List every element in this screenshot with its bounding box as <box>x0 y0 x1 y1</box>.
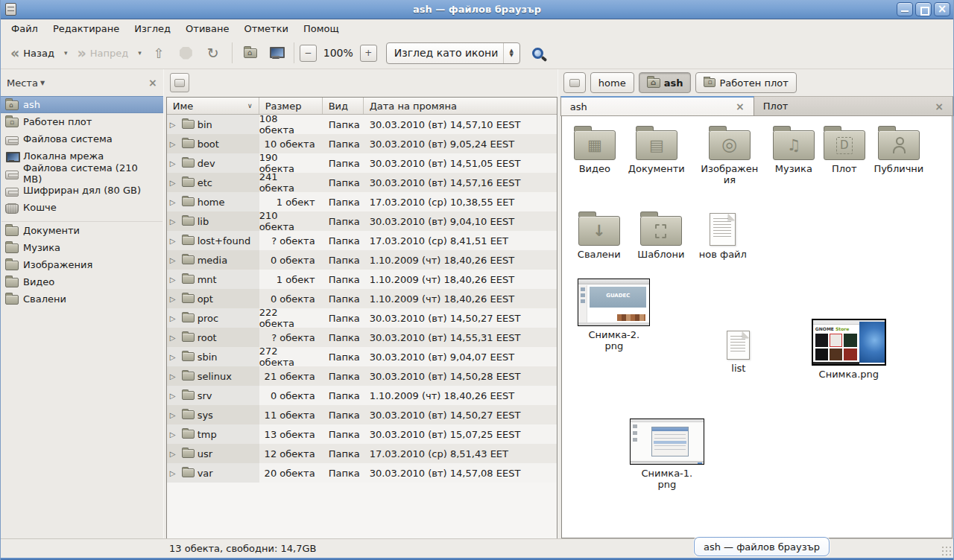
expander-icon[interactable] <box>170 353 179 361</box>
file-item-public[interactable]: Публични <box>866 125 932 174</box>
table-row[interactable]: proc 222 обекта Папка 30.03.2010 (вт) 14… <box>167 308 557 328</box>
sidebar-item[interactable]: Документи <box>1 222 163 239</box>
sidebar-item[interactable]: Файлова система <box>1 130 163 147</box>
computer-button[interactable] <box>263 42 288 64</box>
table-row[interactable]: srv 0 обекта Папка 1.10.2009 (чт) 18,40,… <box>167 386 557 405</box>
column-header-date[interactable]: Дата на промяна <box>364 98 557 114</box>
menu-item[interactable]: Помощ <box>296 21 347 36</box>
table-row[interactable]: selinux 21 обекта Папка 30.03.2010 (вт) … <box>167 366 557 386</box>
expander-icon[interactable] <box>170 450 179 458</box>
table-row[interactable]: dev 190 обекта Папка 30.03.2010 (вт) 14,… <box>167 153 557 173</box>
sidebar-item[interactable]: Шифриран дял (80 GB) <box>1 182 163 199</box>
table-row[interactable]: opt 0 обекта Папка 1.10.2009 (чт) 18,40,… <box>167 289 557 308</box>
expander-icon[interactable] <box>170 430 179 439</box>
sidebar-item[interactable]: Работен плот <box>1 113 163 130</box>
sidebar-item[interactable]: Музика <box>1 239 163 256</box>
expander-icon[interactable] <box>170 179 179 187</box>
expander-icon[interactable] <box>170 256 179 264</box>
zoom-in-button[interactable]: + <box>360 45 377 62</box>
search-icon[interactable] <box>532 48 543 59</box>
expander-icon[interactable] <box>170 237 179 245</box>
table-row[interactable]: lib 210 обекта Папка 30.03.2010 (вт) 9,0… <box>167 211 557 231</box>
file-item-snapshot[interactable]: GNOME Store Снимка.png <box>810 319 888 380</box>
sidebar-selector-arrow-icon[interactable]: ▼ <box>40 80 45 86</box>
table-row[interactable]: usr 12 обекта Папка 17.03.2010 (ср) 8,51… <box>167 444 557 463</box>
expander-icon[interactable] <box>170 121 179 129</box>
column-header-size[interactable]: Размер <box>259 98 323 114</box>
path-current-button[interactable]: ash <box>639 72 692 93</box>
table-row[interactable]: mnt 1 обект Папка 1.10.2009 (чт) 18,40,2… <box>167 270 557 289</box>
sidebar-item[interactable]: Изображения <box>1 256 163 273</box>
file-item-snapshot1[interactable]: Снимка-1.png <box>628 419 706 490</box>
tab-close-icon[interactable]: × <box>736 101 745 112</box>
file-item-snapshot2[interactable]: GUADEC Снимка-2.png <box>577 279 651 351</box>
table-row[interactable]: etc 241 обекта Папка 30.03.2010 (вт) 14,… <box>167 173 557 192</box>
close-button[interactable] <box>934 2 950 16</box>
table-row[interactable]: home 1 обект Папка 17.03.2010 (ср) 10,38… <box>167 192 557 211</box>
file-item-downloads[interactable]: Свалени <box>566 211 632 260</box>
reload-button[interactable]: ↻ <box>200 45 227 61</box>
table-row[interactable]: bin 108 обекта Папка 30.03.2010 (вт) 14,… <box>167 115 557 134</box>
sidebar-item[interactable]: Видео <box>1 273 163 290</box>
back-history-dropdown[interactable]: ▾ <box>60 48 72 58</box>
tab-ash[interactable]: ash × <box>560 96 754 115</box>
expander-icon[interactable] <box>170 295 179 303</box>
menu-item[interactable]: Отметки <box>236 21 295 36</box>
menu-item[interactable]: Файл <box>4 21 45 36</box>
sidebar-item[interactable]: Свалени <box>1 290 163 308</box>
path-desktop-button[interactable]: Работен плот <box>695 72 796 93</box>
file-item-templates[interactable]: Шаблони <box>628 211 694 260</box>
table-row[interactable]: sbin 272 обекта Папка 30.03.2010 (вт) 9,… <box>167 347 557 366</box>
table-row[interactable]: root ? обекта Папка 30.03.2010 (вт) 14,5… <box>167 328 557 347</box>
expander-icon[interactable] <box>170 372 179 381</box>
forward-history-dropdown[interactable]: ▾ <box>133 48 146 58</box>
home-button[interactable] <box>238 42 263 64</box>
table-row[interactable]: boot 10 обекта Папка 30.03.2010 (вт) 9,0… <box>167 134 557 153</box>
expander-icon[interactable] <box>170 217 179 226</box>
back-button[interactable]: « Назад <box>5 45 60 62</box>
titlebar[interactable]: ash — файлов браузър <box>1 0 953 19</box>
up-button[interactable]: ⇧ <box>146 44 172 63</box>
expander-icon[interactable] <box>170 469 179 477</box>
file-item-images[interactable]: Изображения <box>697 125 762 185</box>
stop-button[interactable] <box>180 47 192 60</box>
table-row[interactable]: var 20 обекта Папка 30.03.2010 (вт) 14,5… <box>167 463 557 483</box>
table-row[interactable]: sys 11 обекта Папка 30.03.2010 (вт) 14,5… <box>167 405 557 424</box>
expander-icon[interactable] <box>170 140 179 148</box>
maximize-button[interactable] <box>915 2 932 16</box>
table-row[interactable]: tmp 13 обекта Папка 30.03.2010 (вт) 15,0… <box>167 424 557 444</box>
column-header-type[interactable]: Вид <box>323 98 364 114</box>
table-row[interactable]: media 0 обекта Папка 1.10.2009 (чт) 18,4… <box>167 250 557 270</box>
tab-desktop[interactable]: Плот × <box>754 96 953 115</box>
tree-root-button[interactable] <box>170 73 189 92</box>
menu-item[interactable]: Отиване <box>178 21 236 36</box>
table-row[interactable]: lost+found ? обекта Папка 17.03.2010 (ср… <box>167 231 557 250</box>
expander-icon[interactable] <box>170 411 179 419</box>
file-item-video[interactable]: Видео <box>562 125 628 174</box>
sidebar-title[interactable]: Места <box>7 77 38 89</box>
file-item-documents[interactable]: Документи <box>624 125 689 174</box>
sidebar-item[interactable]: ash <box>1 96 163 113</box>
expander-icon[interactable] <box>170 314 179 322</box>
sidebar-close-icon[interactable]: × <box>148 77 157 89</box>
expander-icon[interactable] <box>170 276 179 284</box>
expander-icon[interactable] <box>170 198 179 206</box>
sidebar-item[interactable]: Файлова система (210 MB) <box>1 165 163 182</box>
sidebar-item[interactable] <box>1 216 162 222</box>
minimize-button[interactable] <box>897 2 913 16</box>
path-home-button[interactable]: home <box>590 72 634 93</box>
path-root-button[interactable] <box>563 72 586 93</box>
menu-item[interactable]: Изглед <box>127 21 178 36</box>
file-item-new-file[interactable]: нов файл <box>690 211 756 260</box>
column-header-name[interactable]: Име ∨ <box>167 98 259 114</box>
icon-view[interactable]: Видео Документи Изображения Музика Плот <box>561 116 953 538</box>
expander-icon[interactable] <box>170 392 179 400</box>
zoom-out-button[interactable]: − <box>300 45 317 62</box>
forward-button[interactable]: » Напред <box>72 45 133 62</box>
file-item-list[interactable]: list <box>706 328 771 374</box>
menu-item[interactable]: Редактиране <box>45 21 127 36</box>
view-mode-combobox[interactable]: Изглед като икони ▲▼ <box>386 42 520 64</box>
expander-icon[interactable] <box>170 159 179 168</box>
sidebar-item[interactable]: Кошче <box>1 199 163 216</box>
expander-icon[interactable] <box>170 334 179 342</box>
